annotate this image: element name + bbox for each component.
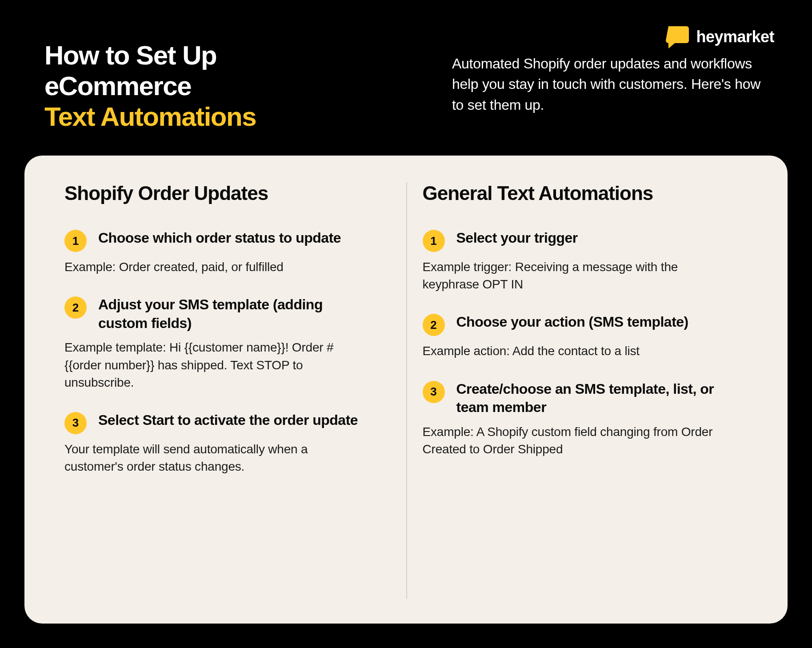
step-title: Select Start to activate the order updat… xyxy=(98,411,358,430)
step-title: Choose your action (SMS template) xyxy=(456,313,688,332)
column-heading: General Text Automations xyxy=(423,182,748,204)
intro-text: Automated Shopify order updates and work… xyxy=(452,53,768,115)
content-card: Shopify Order Updates 1 Choose which ord… xyxy=(24,156,788,624)
column-heading: Shopify Order Updates xyxy=(64,182,391,204)
step: 1 Choose which order status to update Ex… xyxy=(64,229,391,276)
step-number-badge: 2 xyxy=(423,314,445,336)
step-body: Example trigger: Receiving a message wit… xyxy=(423,258,725,293)
step: 1 Select your trigger Example trigger: R… xyxy=(423,229,748,293)
hero: How to Set Up eCommerce Text Automations… xyxy=(0,0,812,159)
step: 3 Select Start to activate the order upd… xyxy=(64,411,391,475)
step-number-badge: 3 xyxy=(64,412,87,434)
step-title: Create/choose an SMS template, list, or … xyxy=(456,380,723,417)
step-body: Example: A Shopify custom field changing… xyxy=(423,423,725,458)
step-body: Your template will send automatically wh… xyxy=(64,440,367,475)
step-title: Select your trigger xyxy=(456,229,578,248)
step-body: Example: Order created, paid, or fulfill… xyxy=(64,258,367,276)
title-line-1: How to Set Up xyxy=(44,40,216,70)
step-number-badge: 1 xyxy=(423,230,445,252)
step-number-badge: 1 xyxy=(64,230,87,252)
step-body: Example template: Hi {{customer name}}! … xyxy=(64,339,367,391)
step-number-badge: 3 xyxy=(423,381,445,403)
step: 3 Create/choose an SMS template, list, o… xyxy=(423,380,748,458)
title-line-2: eCommerce xyxy=(44,71,191,101)
step-body: Example action: Add the contact to a lis… xyxy=(423,342,725,360)
step-title: Choose which order status to update xyxy=(98,229,341,248)
step-number-badge: 2 xyxy=(64,296,87,319)
step: 2 Choose your action (SMS template) Exam… xyxy=(423,313,748,360)
step-title: Adjust your SMS template (adding custom … xyxy=(98,296,365,332)
column-shopify: Shopify Order Updates 1 Choose which ord… xyxy=(49,182,406,599)
column-general: General Text Automations 1 Select your t… xyxy=(406,182,764,599)
title-accent: Text Automations xyxy=(44,101,256,132)
step: 2 Adjust your SMS template (adding custo… xyxy=(64,296,391,391)
page-title: How to Set Up eCommerce Text Automations xyxy=(44,40,256,132)
